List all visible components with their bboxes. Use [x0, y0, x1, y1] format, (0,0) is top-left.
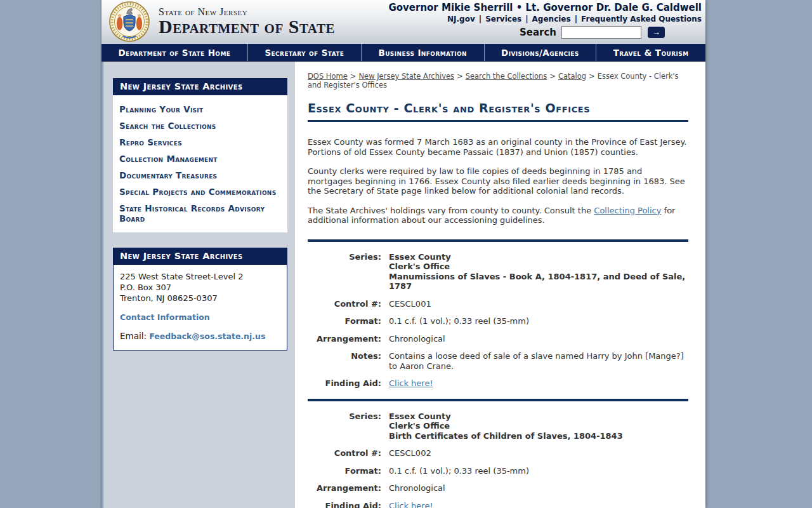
record-divider	[308, 239, 688, 242]
record-field-row: Finding Aid:Click here!	[308, 378, 688, 389]
record-field-row: Format:0.1 c.f. (1 vol.); 0.33 reel (35-…	[308, 466, 688, 476]
quick-link-frequently-asked-questions[interactable]: Frequently Asked Questions	[581, 15, 702, 23]
record-field-row: Series:Essex CountyClerk's OfficeManumis…	[308, 252, 688, 291]
field-value-line: Birth Certificates of Children of Slaves…	[389, 431, 623, 441]
sidebar: New Jersey State Archives Planning Your …	[102, 62, 295, 508]
brand-text: State of New Jersey Department of State	[159, 7, 335, 36]
field-label: Notes:	[308, 351, 381, 371]
new-jersey-state-seal-icon	[109, 1, 150, 42]
quick-link-nj-gov[interactable]: NJ.gov	[447, 15, 475, 23]
sidebar-item-search-the-collections[interactable]: Search the Collections	[119, 116, 281, 132]
breadcrumb-separator: >	[350, 72, 357, 81]
brand: State of New Jersey Department of State	[109, 1, 335, 42]
field-label: Finding Aid:	[308, 378, 381, 389]
nav-item-divisions-agencies[interactable]: Divisions/Agencies	[485, 44, 597, 61]
site-header: State of New Jersey Department of State …	[102, 0, 705, 44]
intro-paragraph-1: County clerks were required by law to fi…	[308, 166, 688, 196]
record-field-row: Control #:CESCL002	[308, 448, 688, 458]
field-value-line: Essex County	[389, 411, 623, 422]
nav-item-department-of-state-home[interactable]: Department of State Home	[102, 44, 248, 61]
sidebar-item-repro-services[interactable]: Repro Services	[119, 132, 281, 149]
governor-line: Governor Mikie Sherrill • Lt. Governor D…	[388, 2, 702, 13]
breadcrumb-link-3[interactable]: Catalog	[558, 72, 586, 81]
sidebar-contact-box-body: 225 West State Street-Level 2P.O. Box 30…	[113, 265, 287, 351]
field-value: Contains a loose deed of sale of a slave…	[389, 351, 687, 371]
breadcrumb-link-1[interactable]: New Jersey State Archives	[358, 72, 454, 81]
intro-paragraphs: Essex County was formed 7 March 1683 as …	[308, 137, 688, 225]
field-value: Chronological	[389, 483, 445, 493]
address-line: Trenton, NJ 08625-0307	[120, 293, 280, 304]
page-title: Essex County - Clerk's and Register's Of…	[308, 101, 688, 122]
intro-paragraph-2: The State Archives' holdings vary from c…	[308, 206, 688, 225]
field-value: Click here!	[389, 378, 433, 389]
sidebar-archives-nav-box: New Jersey State Archives Planning Your …	[113, 78, 287, 232]
records-list: Series:Essex CountyClerk's OfficeManumis…	[308, 239, 688, 508]
field-label: Finding Aid:	[308, 501, 381, 508]
arrow-right-icon: →	[652, 27, 660, 37]
finding-aid-link[interactable]: Click here!	[389, 378, 433, 388]
field-value: CESCL002	[389, 448, 431, 458]
intro-paragraph-0: Essex County was formed 7 March 1683 as …	[308, 137, 688, 157]
finding-aid-link[interactable]: Click here!	[389, 501, 433, 508]
record-field-row: Format:0.1 c.f. (1 vol.); 0.33 reel (35-…	[308, 316, 688, 326]
field-value-line: Essex County	[389, 252, 687, 262]
primary-navbar: Department of State HomeSecretary of Sta…	[102, 44, 705, 62]
field-label: Series:	[308, 411, 381, 441]
address-line: 225 West State Street-Level 2	[120, 271, 280, 282]
search-row: Search →	[388, 26, 702, 39]
field-label: Control #:	[308, 448, 381, 458]
sidebar-item-planning-your-visit[interactable]: Planning Your Visit	[119, 99, 281, 116]
brand-department-line: Department of State	[159, 17, 335, 36]
search-label: Search	[520, 27, 556, 38]
record-field-row: Arrangement:Chronological	[308, 334, 688, 344]
field-value: Click here!	[389, 501, 433, 508]
quick-link-agencies[interactable]: Agencies	[532, 15, 571, 23]
breadcrumb-link-2[interactable]: Search the Collections	[466, 72, 547, 81]
email-row: Email: Feedback@sos.state.nj.us	[120, 331, 280, 341]
address-block: 225 West State Street-Level 2P.O. Box 30…	[120, 271, 280, 304]
field-value-line: Clerk's Office	[389, 262, 687, 272]
sidebar-nav-box-title: New Jersey State Archives	[113, 78, 287, 95]
search-submit-button[interactable]: →	[648, 27, 665, 38]
inline-link-collecting-policy[interactable]: Collecting Policy	[594, 206, 661, 215]
record-field-row: Arrangement:Chronological	[308, 483, 688, 493]
breadcrumb: DOS Home>New Jersey State Archives>Searc…	[308, 72, 688, 90]
quick-link-services[interactable]: Services	[485, 15, 521, 23]
search-input[interactable]	[561, 26, 641, 39]
field-value: Essex CountyClerk's OfficeBirth Certific…	[389, 411, 623, 441]
field-label: Control #:	[308, 299, 381, 309]
breadcrumb-link-0[interactable]: DOS Home	[308, 72, 348, 81]
sidebar-nav-box-body: Planning Your VisitSearch the Collection…	[113, 95, 287, 232]
quick-links-separator: |	[479, 15, 481, 23]
field-label: Format:	[308, 316, 381, 326]
field-label: Arrangement:	[308, 334, 381, 344]
record-1: Series:Essex CountyClerk's OfficeBirth C…	[308, 411, 688, 508]
field-label: Arrangement:	[308, 483, 381, 493]
sidebar-item-documentary-treasures[interactable]: Documentary Treasures	[119, 165, 281, 182]
nav-item-business-information[interactable]: Business Information	[362, 44, 485, 61]
breadcrumb-separator: >	[549, 72, 556, 81]
breadcrumb-separator: >	[457, 72, 463, 81]
contact-information-link[interactable]: Contact Information	[120, 312, 210, 322]
record-field-row: Notes:Contains a loose deed of sale of a…	[308, 351, 688, 371]
content-columns: New Jersey State Archives Planning Your …	[102, 62, 705, 508]
sidebar-contact-box: New Jersey State Archives 225 West State…	[113, 248, 287, 351]
record-field-row: Series:Essex CountyClerk's OfficeBirth C…	[308, 411, 688, 441]
email-link[interactable]: Feedback@sos.state.nj.us	[149, 331, 265, 341]
sidebar-item-state-historical-records-advisory-board[interactable]: State Historical Records Advisory Board	[119, 198, 281, 225]
sidebar-item-special-projects-and-commemorations[interactable]: Special Projects and Commemorations	[119, 182, 281, 198]
nav-item-secretary-of-state[interactable]: Secretary of State	[248, 44, 362, 61]
sidebar-contact-box-title: New Jersey State Archives	[113, 248, 287, 265]
record-divider	[308, 399, 688, 401]
field-value: CESCL001	[389, 299, 431, 309]
record-field-row: Control #:CESCL001	[308, 299, 688, 309]
field-value-line: Manumissions of Slaves - Book A, 1804-18…	[389, 272, 687, 291]
main-content: DOS Home>New Jersey State Archives>Searc…	[295, 62, 705, 508]
field-value: Essex CountyClerk's OfficeManumissions o…	[389, 252, 687, 291]
quick-links-separator: |	[575, 15, 577, 23]
nav-item-travel-tourism[interactable]: Travel & Tourism	[596, 44, 705, 61]
field-label: Series:	[308, 252, 381, 291]
field-value: Chronological	[389, 334, 445, 344]
sidebar-item-collection-management[interactable]: Collection Management	[119, 149, 281, 165]
address-line: P.O. Box 307	[120, 282, 280, 293]
